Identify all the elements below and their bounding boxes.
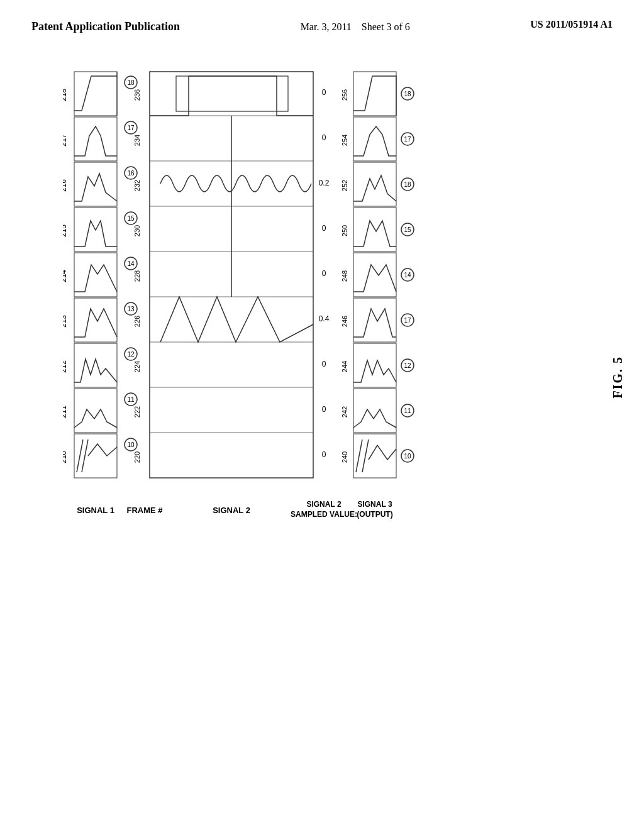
svg-text:213: 213 xyxy=(63,314,68,327)
svg-text:0: 0 xyxy=(322,269,326,278)
figure-diagram: 218 217 216 215 214 213 212 211 210 xyxy=(63,60,579,576)
svg-text:210: 210 xyxy=(63,450,68,463)
svg-text:11: 11 xyxy=(404,407,411,414)
svg-text:17: 17 xyxy=(404,136,411,143)
svg-text:SAMPLED VALUE:: SAMPLED VALUE: xyxy=(291,510,357,519)
svg-text:0: 0 xyxy=(322,360,326,368)
svg-text:216: 216 xyxy=(63,179,68,191)
svg-text:248: 248 xyxy=(341,270,348,281)
svg-text:240: 240 xyxy=(341,451,348,462)
svg-text:SIGNAL 2: SIGNAL 2 xyxy=(213,506,250,515)
svg-text:228: 228 xyxy=(133,270,141,281)
svg-text:222: 222 xyxy=(133,406,141,417)
pub-date: Mar. 3, 2011 xyxy=(301,21,352,32)
svg-text:10: 10 xyxy=(404,453,411,460)
svg-text:244: 244 xyxy=(341,360,348,372)
svg-text:0.2: 0.2 xyxy=(319,179,330,187)
svg-text:11: 11 xyxy=(127,396,135,403)
svg-text:18: 18 xyxy=(404,91,411,97)
svg-text:0: 0 xyxy=(322,88,326,97)
publication-date-sheet: Mar. 3, 2011 Sheet 3 of 6 xyxy=(301,19,410,35)
svg-text:0: 0 xyxy=(322,405,326,414)
svg-text:SIGNAL 3: SIGNAL 3 xyxy=(357,500,392,509)
svg-text:226: 226 xyxy=(133,315,141,326)
svg-text:14: 14 xyxy=(127,260,135,267)
svg-text:0.4: 0.4 xyxy=(319,314,330,323)
svg-text:211: 211 xyxy=(63,405,68,418)
svg-text:252: 252 xyxy=(341,179,348,191)
svg-text:16: 16 xyxy=(127,170,135,177)
svg-text:250: 250 xyxy=(341,224,348,236)
figure-label: FIG. 5 xyxy=(611,356,625,399)
svg-text:234: 234 xyxy=(133,134,141,145)
svg-text:18: 18 xyxy=(404,181,411,188)
publication-title: Patent Application Publication xyxy=(31,19,180,35)
sheet-info: Sheet 3 of 6 xyxy=(362,21,410,32)
svg-text:215: 215 xyxy=(63,224,68,236)
svg-text:10: 10 xyxy=(127,441,135,448)
svg-text:246: 246 xyxy=(341,315,348,326)
svg-text:12: 12 xyxy=(127,351,135,358)
svg-text:0: 0 xyxy=(322,450,326,459)
svg-text:SIGNAL 1: SIGNAL 1 xyxy=(77,506,114,515)
svg-text:224: 224 xyxy=(133,360,141,372)
svg-text:242: 242 xyxy=(341,406,348,417)
svg-text:13: 13 xyxy=(127,306,135,313)
svg-text:17: 17 xyxy=(404,317,411,324)
svg-text:218: 218 xyxy=(63,88,68,101)
svg-text:17: 17 xyxy=(127,124,135,131)
svg-text:220: 220 xyxy=(133,451,141,462)
svg-text:0: 0 xyxy=(322,224,326,233)
svg-text:12: 12 xyxy=(404,362,411,369)
svg-text:230: 230 xyxy=(133,224,141,236)
svg-text:18: 18 xyxy=(127,79,135,86)
page-header: Patent Application Publication Mar. 3, 2… xyxy=(0,0,644,42)
svg-text:15: 15 xyxy=(127,215,135,222)
svg-text:232: 232 xyxy=(133,179,141,191)
svg-text:14: 14 xyxy=(404,272,411,279)
svg-text:(OUTPUT): (OUTPUT) xyxy=(357,510,392,519)
svg-text:15: 15 xyxy=(404,226,411,233)
svg-text:256: 256 xyxy=(341,89,348,100)
svg-text:214: 214 xyxy=(63,269,68,282)
svg-text:FRAME #: FRAME # xyxy=(126,506,163,515)
svg-text:SIGNAL 2: SIGNAL 2 xyxy=(306,500,341,509)
main-diagram-area: 218 217 216 215 214 213 212 211 210 xyxy=(0,42,644,796)
svg-text:236: 236 xyxy=(133,89,141,100)
svg-text:0: 0 xyxy=(322,133,326,142)
svg-text:212: 212 xyxy=(63,360,68,372)
patent-number: US 2011/051914 A1 xyxy=(530,19,613,30)
svg-text:217: 217 xyxy=(63,133,68,146)
svg-text:254: 254 xyxy=(341,134,348,145)
